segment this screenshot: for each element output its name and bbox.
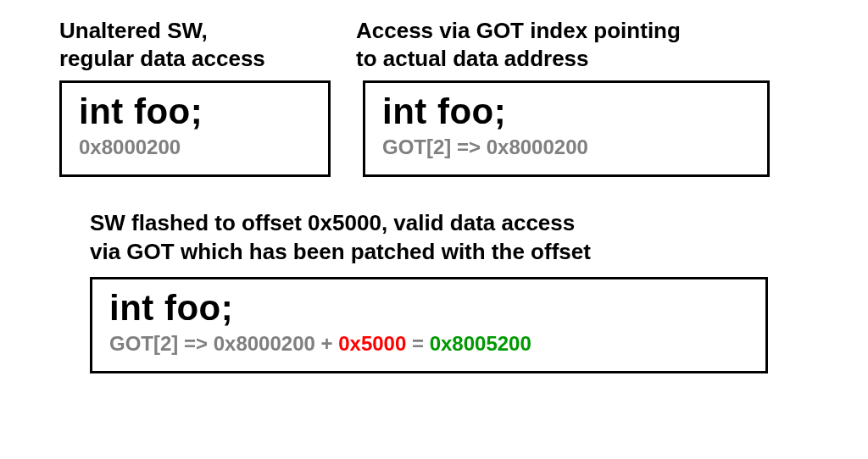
top-row: Unaltered SW, regular data access int fo… xyxy=(59,17,826,177)
expr-equals: = xyxy=(406,332,429,355)
top-left-heading: Unaltered SW, regular data access xyxy=(59,17,331,72)
text: SW flashed to offset 0x5000, valid data … xyxy=(90,210,575,235)
got-expr-text: GOT[2] => 0x8000200 xyxy=(382,135,750,159)
expr-offset: 0x5000 xyxy=(338,332,406,355)
address-text: 0x8000200 xyxy=(79,135,311,159)
top-right-column: Access via GOT index pointing to actual … xyxy=(356,17,770,177)
text: to actual data address xyxy=(356,46,589,71)
top-left-column: Unaltered SW, regular data access int fo… xyxy=(59,17,331,177)
code-decl: int foo; xyxy=(382,91,750,132)
expr-result: 0x8005200 xyxy=(430,332,531,355)
code-decl: int foo; xyxy=(79,91,311,132)
box-got-index: int foo; GOT[2] => 0x8000200 xyxy=(363,80,770,177)
code-decl: int foo; xyxy=(109,288,748,329)
text: regular data access xyxy=(59,46,265,71)
box-unaltered: int foo; 0x8000200 xyxy=(59,80,331,177)
top-right-heading: Access via GOT index pointing to actual … xyxy=(356,17,770,72)
bottom-section: SW flashed to offset 0x5000, valid data … xyxy=(59,209,826,373)
text: via GOT which has been patched with the … xyxy=(90,239,591,264)
patched-expr: GOT[2] => 0x8000200 + 0x5000 = 0x8005200 xyxy=(109,332,748,356)
bottom-heading: SW flashed to offset 0x5000, valid data … xyxy=(90,209,826,267)
box-patched: int foo; GOT[2] => 0x8000200 + 0x5000 = … xyxy=(90,277,768,373)
expr-prefix: GOT[2] => 0x8000200 + xyxy=(109,332,338,355)
text: Access via GOT index pointing xyxy=(356,18,681,43)
text: Unaltered SW, xyxy=(59,18,208,43)
